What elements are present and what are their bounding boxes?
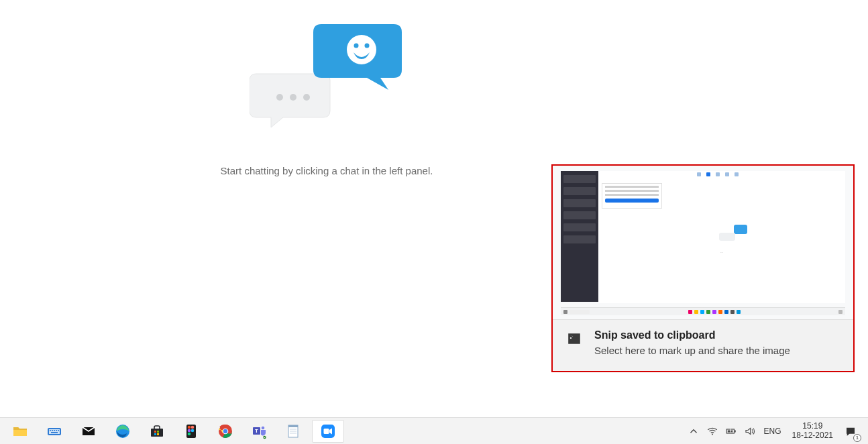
wifi-icon[interactable] [705,424,720,439]
notepad-icon [286,423,302,439]
store-icon [149,423,165,439]
snip-body[interactable]: Snip saved to clipboard Select here to m… [553,320,853,371]
svg-point-3 [347,35,376,64]
svg-point-2 [303,94,310,101]
snip-description: Select here to mark up and share the ima… [594,344,790,357]
svg-point-4 [354,44,359,48]
action-center[interactable]: 1 [841,422,860,441]
svg-point-0 [276,94,283,101]
chrome-icon [217,423,233,439]
thumb-body: ··· [598,171,845,303]
edge-icon [115,423,131,439]
taskbar: T [0,417,868,444]
tray-chevron-up-icon[interactable] [686,424,701,439]
svg-rect-17 [154,431,156,433]
notification-count-badge: 1 [853,434,861,442]
language-indicator[interactable]: ENG [761,427,784,436]
taskbar-file-explorer[interactable] [4,420,36,443]
taskbar-figma[interactable] [175,420,207,443]
snip-thumbnail: ··· [553,166,853,320]
svg-rect-10 [54,430,55,431]
svg-point-25 [191,429,195,432]
taskbar-apps: T [4,420,344,443]
svg-rect-18 [157,431,159,433]
taskbar-notepad[interactable] [278,420,310,443]
taskbar-zoom[interactable] [312,420,344,443]
svg-point-26 [188,432,191,435]
svg-point-29 [223,429,227,433]
taskbar-chrome[interactable] [209,420,241,443]
system-tray: ENG 15:19 18-12-2021 1 [686,422,864,441]
snip-app-icon [566,331,582,357]
svg-point-24 [188,429,191,432]
svg-rect-43 [735,430,736,432]
svg-point-23 [191,425,195,429]
svg-rect-40 [324,429,329,434]
svg-rect-9 [52,430,53,431]
battery-icon[interactable] [724,424,739,439]
figma-icon [183,423,199,439]
svg-point-22 [188,425,191,429]
empty-chat-hint-text: Start chatting by clicking a chat in the… [221,165,433,176]
svg-rect-20 [157,433,159,435]
svg-rect-12 [58,430,59,431]
svg-rect-35 [288,425,298,427]
mail-icon [80,423,97,439]
thumb-sidebar [561,171,598,302]
clock-date: 18-12-2021 [792,431,833,440]
taskbar-mail[interactable] [72,420,105,443]
svg-rect-8 [50,430,51,431]
snip-text: Snip saved to clipboard Select here to m… [594,329,790,357]
svg-rect-19 [154,433,156,435]
chat-illustration [250,20,404,134]
zoom-icon [320,423,336,439]
svg-rect-13 [51,432,58,433]
svg-point-32 [262,426,265,429]
taskbar-microsoft-store[interactable] [141,420,173,443]
folder-icon [12,423,28,439]
clock-time: 15:19 [792,422,833,431]
svg-point-1 [290,94,296,101]
taskbar-edge[interactable] [107,420,139,443]
keyboard-icon [46,423,62,439]
snip-notification[interactable]: ··· Snip saved to clipboard Select here … [551,164,855,372]
thumb-taskbar [561,307,845,315]
teams-icon: T [252,423,268,439]
snip-title: Snip saved to clipboard [594,329,790,341]
taskbar-teams[interactable]: T [243,420,276,443]
volume-icon[interactable] [743,424,757,439]
chat-bubble-front-icon [313,20,407,94]
svg-point-41 [712,433,713,435]
svg-point-5 [365,44,370,48]
svg-rect-11 [56,430,57,431]
clock[interactable]: 15:19 18-12-2021 [788,422,837,439]
svg-text:T: T [255,428,258,434]
taskbar-screenkey[interactable] [38,420,70,443]
